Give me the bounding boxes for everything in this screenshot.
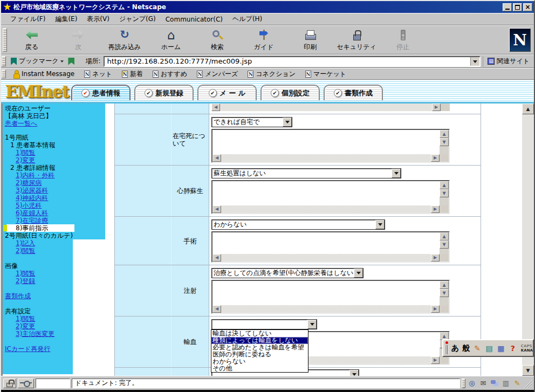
surgery-select[interactable]: わからない xyxy=(211,219,385,230)
dropdown-option[interactable]: 医師の判断に委ねる xyxy=(211,351,308,358)
security-indicator[interactable] xyxy=(3,379,16,388)
related-sites-button[interactable]: ▤ 関連サイト xyxy=(483,56,532,67)
sidebar-link-internal-surgery[interactable]: 1)内科・外科 xyxy=(16,171,54,179)
select-dropdown-button[interactable] xyxy=(283,118,292,127)
page-proxy-icon[interactable] xyxy=(68,58,74,65)
sidebar-link-basic-change[interactable]: 2)変更 xyxy=(16,156,35,164)
personal-item-connections[interactable]: Nコネクション xyxy=(243,70,300,79)
scroll-up-button[interactable]: ▲ xyxy=(522,104,534,114)
scroll-down-button[interactable]: ▼ xyxy=(440,138,449,146)
sidebar-link-document-creation[interactable]: 書類作成 xyxy=(5,292,31,300)
toolbar-grip[interactable] xyxy=(3,28,7,52)
ime-help-icon[interactable]: ? xyxy=(508,343,518,353)
tab-mail[interactable]: ✔ メ ー ル xyxy=(197,85,257,100)
composer-icon[interactable]: ✎ xyxy=(512,379,522,388)
url-input[interactable] xyxy=(105,57,470,66)
scroll-left-button[interactable]: ◀ xyxy=(212,305,221,313)
close-button[interactable]: × xyxy=(523,3,532,11)
print-button[interactable]: 印刷 xyxy=(287,27,333,53)
hscroll-track[interactable] xyxy=(221,154,431,162)
search-button[interactable]: 検索 xyxy=(194,27,241,53)
personal-item-marketplace[interactable]: Nマーケット xyxy=(300,70,351,79)
injection-textarea[interactable]: ▲▼ ◀▶ xyxy=(211,280,450,314)
scroll-right-button[interactable]: ▶ xyxy=(431,205,440,213)
personal-bar-grip[interactable] xyxy=(2,70,6,78)
back-button[interactable]: 戻る xyxy=(9,27,55,53)
scroll-up-button[interactable]: ▲ xyxy=(440,281,449,289)
scroll-up-button[interactable]: ▲ xyxy=(440,181,449,189)
sidebar-link-pediatrics[interactable]: 5)小児科 xyxy=(16,202,42,209)
select-dropdown-button[interactable] xyxy=(375,220,385,229)
guide-button[interactable]: ガイド xyxy=(241,27,287,53)
sidebar-link-image-register[interactable]: 2)登録 xyxy=(16,277,35,285)
sidebar-link-obstetrics[interactable]: 6)産婦人科 xyxy=(16,209,48,217)
tab-individual-settings[interactable]: ✔ 個別設定 xyxy=(260,85,320,100)
discussions-icon[interactable] xyxy=(490,379,499,388)
tab-new-registration[interactable]: ✔ 新規登録 xyxy=(134,85,194,100)
sidebar-link-basic-view[interactable]: 1)閲覧 xyxy=(16,149,35,156)
resize-grip[interactable] xyxy=(524,379,532,388)
scroll-right-button[interactable]: ▶ xyxy=(432,104,441,111)
sidebar-link-neurology[interactable]: 4)神経内科 xyxy=(16,194,48,202)
select-dropdown-button[interactable] xyxy=(349,370,359,376)
select-dropdown-button[interactable] xyxy=(354,269,363,278)
stop-button[interactable]: 停止 xyxy=(380,27,426,53)
hscroll-track[interactable] xyxy=(221,205,431,213)
scroll-right-button[interactable]: ▶ xyxy=(431,305,440,313)
scroll-right-button[interactable]: ▶ xyxy=(431,356,440,364)
menu-item-communicator[interactable]: Communicator(C) xyxy=(161,15,228,24)
ime-lock-indicators[interactable]: CAPS KANA xyxy=(521,344,533,353)
personal-item-new[interactable]: N新着 xyxy=(117,70,148,79)
netscape-logo[interactable]: N xyxy=(509,28,531,52)
bookmarks-button[interactable]: ブックマーク xyxy=(8,56,67,66)
scroll-down-button[interactable]: ▼ xyxy=(522,365,534,376)
sidebar-link-home-care[interactable]: 7)在宅診療 xyxy=(16,217,48,224)
sidebar-link-entry[interactable]: 1)記入 xyxy=(16,239,35,247)
dropdown-option-selected[interactable]: 種類によっては輸血をしない xyxy=(211,337,308,344)
home-death-textarea[interactable]: ▲▼ ◀▶ xyxy=(211,129,450,163)
scroll-left-button[interactable]: ◀ xyxy=(212,205,221,213)
location-bar-grip[interactable] xyxy=(2,56,6,66)
scroll-right-button[interactable]: ▶ xyxy=(431,154,440,162)
reload-button[interactable]: ↻ 再読み込み xyxy=(101,27,148,53)
ime-word-register-icon[interactable]: ✎ xyxy=(472,343,482,353)
maximize-button[interactable] xyxy=(513,3,522,11)
home-button[interactable]: ⌂ ホーム xyxy=(148,27,194,53)
instant-message-item[interactable]: Instant Message xyxy=(8,70,79,78)
sidebar-link-ic-card-reissue[interactable]: ICカード再発行 xyxy=(5,345,50,353)
scroll-right-button[interactable]: ▶ xyxy=(431,254,440,262)
ime-dictionary-icon[interactable]: ▤ xyxy=(484,343,494,353)
sidebar-link-urology[interactable]: 3)泌尿器科 xyxy=(16,187,48,194)
scroll-left-button[interactable]: ◀ xyxy=(212,154,221,162)
minimize-button[interactable] xyxy=(503,3,512,11)
scroll-down-button[interactable]: ▼ xyxy=(440,289,449,297)
security-button[interactable]: セキュリティ xyxy=(333,27,380,53)
dropdown-option[interactable]: 必要と認めたときは輸血を希望 xyxy=(211,344,308,351)
scroll-up-button[interactable]: ▲ xyxy=(440,232,449,240)
menu-item-view[interactable]: 表示(V) xyxy=(82,13,114,25)
cpr-select[interactable]: 蘇生処置はしない xyxy=(211,168,401,178)
online-status-indicator[interactable] xyxy=(18,379,34,388)
select-dropdown-button[interactable] xyxy=(392,169,401,178)
menu-item-file[interactable]: ファイル(F) xyxy=(5,13,50,25)
injection-select[interactable]: 治療としての点滴を希望(中心静脈栄養はしない) xyxy=(211,268,363,278)
ime-pad-icon[interactable]: ▦ xyxy=(496,343,506,353)
scroll-up-button[interactable]: ▲ xyxy=(440,130,449,138)
menu-item-edit[interactable]: 編集(E) xyxy=(50,13,82,25)
sidebar-link-view2[interactable]: 2)閲覧 xyxy=(16,247,35,255)
personal-item-cool[interactable]: Nおすすめ xyxy=(148,70,192,79)
url-dropdown-button[interactable] xyxy=(470,57,479,66)
ime-grip[interactable] xyxy=(445,345,449,354)
sidebar-link-shared-view[interactable]: 1)閲覧 xyxy=(16,315,35,322)
ime-input-mode-button[interactable]: あ xyxy=(451,343,459,353)
personal-item-net[interactable]: Nネット xyxy=(79,70,117,79)
transfusion-select[interactable] xyxy=(211,319,317,329)
scroll-down-button[interactable]: ▼ xyxy=(440,240,449,249)
forward-button[interactable]: 次 xyxy=(55,27,101,53)
sidebar-link-image-view[interactable]: 1)閲覧 xyxy=(16,270,35,277)
cpr-textarea[interactable]: ▲▼ ◀▶ xyxy=(211,180,450,214)
scroll-down-button[interactable]: ▼ xyxy=(440,189,449,197)
address-book-icon[interactable]: ▥ xyxy=(501,379,511,388)
tab-patient-info[interactable]: ✔ 患者情報 xyxy=(71,85,131,100)
sidebar-link-patient-list[interactable]: 患者一覧へ xyxy=(5,120,37,127)
